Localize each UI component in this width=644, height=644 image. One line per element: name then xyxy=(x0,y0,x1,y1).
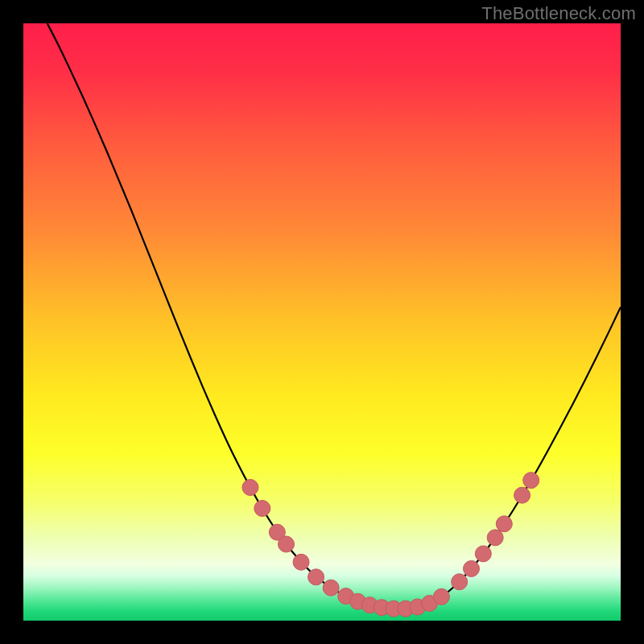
data-marker xyxy=(452,574,468,590)
data-marker xyxy=(523,473,539,489)
data-marker xyxy=(293,554,309,570)
data-marker xyxy=(487,530,503,546)
data-marker xyxy=(514,487,530,503)
data-marker xyxy=(278,536,294,552)
gradient-background xyxy=(23,23,621,621)
chart-frame xyxy=(23,23,621,621)
data-marker xyxy=(254,501,270,517)
data-marker xyxy=(464,560,480,576)
data-marker xyxy=(496,516,512,532)
watermark-label: TheBottleneck.com xyxy=(481,3,636,24)
data-marker xyxy=(308,569,324,585)
data-marker xyxy=(475,546,491,562)
data-marker xyxy=(433,588,449,605)
data-marker xyxy=(323,580,339,596)
data-marker xyxy=(242,480,258,496)
bottleneck-chart xyxy=(23,23,621,621)
